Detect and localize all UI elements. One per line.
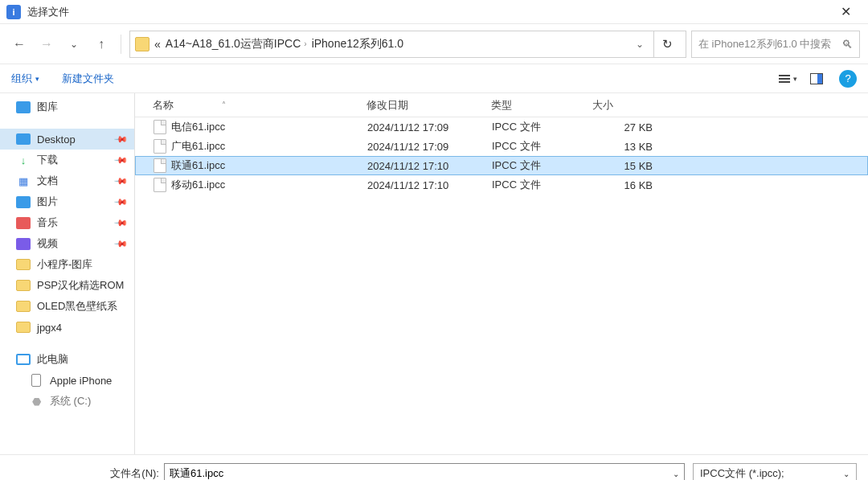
sidebar-item-label: PSP汉化精选ROM: [37, 278, 124, 293]
footer: 文件名(N): ⌄ IPCC文件 (*.ipcc); ⌄ 打开(O) ▾ 取消: [0, 454, 868, 480]
file-name: 广电61.ipcc: [171, 139, 225, 154]
address-bar[interactable]: « A14~A18_61.0运营商IPCC › iPhone12系列61.0 ⌄…: [129, 31, 686, 58]
forward-button[interactable]: →: [35, 33, 58, 55]
main-area: 图库 Desktop 📌 ↓ 下载 📌 ▦ 文档 📌 图片 📌 音乐 📌: [0, 93, 868, 454]
separator: [121, 35, 121, 54]
sidebar-item-label: 图库: [37, 100, 58, 114]
sidebar-item-videos[interactable]: 视频 📌: [0, 233, 134, 254]
breadcrumb-item[interactable]: A14~A18_61.0运营商IPCC ›: [166, 37, 307, 51]
chevron-down-icon: ▾: [35, 75, 39, 83]
file-icon: [154, 178, 166, 192]
sidebar-item-thispc[interactable]: 此电脑: [0, 349, 134, 370]
pin-icon: 📌: [113, 131, 128, 146]
file-list: 名称 ˄ 修改日期 类型 大小 电信61.ipcc2024/11/12 17:0…: [135, 93, 868, 454]
new-folder-button[interactable]: 新建文件夹: [62, 72, 114, 86]
breadcrumb-label: iPhone12系列61.0: [312, 37, 403, 51]
file-row[interactable]: 联通61.ipcc2024/11/12 17:10IPCC 文件15 KB: [135, 156, 868, 175]
chevron-down-icon: ▾: [793, 75, 797, 83]
file-name: 电信61.ipcc: [171, 120, 225, 134]
music-icon: [16, 217, 31, 229]
app-icon: i: [6, 5, 21, 19]
folder-icon: [135, 37, 149, 51]
file-icon: [154, 120, 166, 134]
sidebar-item-folder[interactable]: jpgx4: [0, 317, 134, 338]
video-icon: [16, 238, 31, 250]
folder-icon: [16, 259, 31, 270]
breadcrumb-prefix: «: [154, 38, 161, 51]
sidebar-item-label: 小程序-图库: [37, 257, 92, 272]
toolbar: 组织 ▾ 新建文件夹 ▾ ?: [0, 64, 868, 93]
filename-dropdown[interactable]: ⌄: [668, 464, 684, 480]
column-type[interactable]: 类型: [485, 98, 586, 113]
filter-label: IPCC文件 (*.ipcc);: [700, 466, 784, 480]
sidebar-item-label: 系统 (C:): [50, 394, 91, 408]
file-name: 联通61.ipcc: [171, 158, 225, 173]
pin-icon: 📌: [113, 236, 128, 251]
organize-button[interactable]: 组织 ▾: [11, 72, 39, 86]
address-dropdown[interactable]: ⌄: [631, 39, 649, 50]
preview-pane-button[interactable]: [802, 68, 831, 90]
file-row[interactable]: 电信61.ipcc2024/11/12 17:09IPCC 文件27 KB: [135, 117, 868, 137]
monitor-icon: [16, 354, 31, 365]
file-date: 2024/11/12 17:09: [361, 141, 485, 153]
drive-icon: ⬣: [29, 395, 43, 408]
sidebar-item-gallery[interactable]: 图库: [0, 96, 134, 117]
file-size: 27 KB: [587, 121, 659, 133]
sidebar-item-folder[interactable]: 小程序-图库: [0, 254, 134, 275]
view-mode-button[interactable]: ▾: [773, 68, 802, 90]
sidebar-item-drive[interactable]: ⬣ 系统 (C:): [0, 391, 134, 412]
search-placeholder: 在 iPhone12系列61.0 中搜索: [698, 37, 841, 51]
sidebar-item-label: 视频: [37, 236, 58, 251]
column-date[interactable]: 修改日期: [360, 98, 485, 113]
sidebar-item-downloads[interactable]: ↓ 下载 📌: [0, 150, 134, 170]
sidebar-item-label: Apple iPhone: [50, 375, 112, 387]
list-view-icon: [779, 75, 790, 83]
column-size[interactable]: 大小: [586, 98, 658, 113]
up-button[interactable]: ↑: [90, 33, 113, 55]
recent-dropdown[interactable]: ⌄: [63, 33, 85, 55]
pin-icon: 📌: [113, 173, 128, 188]
file-size: 13 KB: [587, 141, 659, 153]
preview-icon: [810, 73, 823, 84]
help-button[interactable]: ?: [839, 70, 857, 88]
sidebar-item-folder[interactable]: OLED黑色壁纸系: [0, 296, 134, 317]
back-button[interactable]: ←: [8, 33, 31, 55]
sort-indicator-icon: ˄: [222, 101, 226, 109]
file-row[interactable]: 移动61.ipcc2024/11/12 17:10IPCC 文件16 KB: [135, 175, 868, 195]
search-icon: 🔍︎: [841, 38, 853, 51]
pin-icon: 📌: [113, 152, 128, 167]
organize-label: 组织: [11, 72, 32, 86]
file-size: 16 KB: [587, 179, 659, 191]
column-label: 名称: [153, 98, 174, 113]
sidebar-item-label: OLED黑色壁纸系: [37, 299, 117, 314]
sidebar-item-label: 下载: [37, 153, 58, 167]
sidebar-item-desktop[interactable]: Desktop 📌: [0, 129, 134, 150]
sidebar-item-label: jpgx4: [37, 322, 62, 334]
sidebar-item-label: 图片: [37, 195, 58, 209]
column-name[interactable]: 名称 ˄: [135, 98, 360, 113]
file-icon: [154, 139, 166, 154]
close-icon[interactable]: ✕: [829, 4, 862, 19]
file-icon: [154, 158, 166, 173]
sidebar-item-music[interactable]: 音乐 📌: [0, 212, 134, 233]
search-input[interactable]: 在 iPhone12系列61.0 中搜索 🔍︎: [691, 31, 860, 58]
sidebar-item-folder[interactable]: PSP汉化精选ROM: [0, 275, 134, 296]
breadcrumb-label: A14~A18_61.0运营商IPCC: [166, 37, 301, 51]
file-row[interactable]: 广电61.ipcc2024/11/12 17:09IPCC 文件13 KB: [135, 137, 868, 156]
folder-icon: [16, 280, 31, 291]
sidebar-item-label: 文档: [37, 174, 58, 188]
pictures-icon: [16, 196, 31, 208]
sidebar-item-label: Desktop: [37, 133, 76, 146]
file-date: 2024/11/12 17:10: [361, 160, 485, 172]
sidebar-item-documents[interactable]: ▦ 文档 📌: [0, 170, 134, 191]
filename-input[interactable]: [164, 463, 685, 480]
refresh-button[interactable]: ↻: [653, 31, 681, 58]
sidebar-item-iphone[interactable]: Apple iPhone: [0, 370, 134, 391]
breadcrumb-item[interactable]: iPhone12系列61.0: [312, 37, 403, 51]
file-name: 移动61.ipcc: [171, 178, 225, 192]
chevron-right-icon: ›: [304, 39, 306, 48]
filetype-filter[interactable]: IPCC文件 (*.ipcc); ⌄: [693, 463, 857, 480]
download-icon: ↓: [16, 154, 31, 166]
sidebar-item-pictures[interactable]: 图片 📌: [0, 191, 134, 212]
file-type: IPCC 文件: [485, 139, 587, 154]
